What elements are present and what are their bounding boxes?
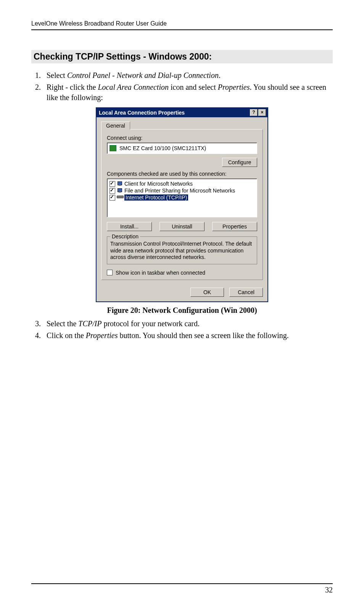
step-2: Right - click the Local Area Connection … [43, 82, 333, 103]
client-icon [117, 181, 123, 187]
step-italic: TCP/IP [78, 319, 101, 328]
show-icon-label: Show icon in taskbar when connected [116, 270, 205, 276]
list-item[interactable]: File and Printer Sharing for Microsoft N… [109, 187, 255, 194]
uninstall-button[interactable]: Uninstall [159, 222, 205, 231]
step-italic: Local Area Connection [98, 83, 169, 91]
dialog-local-area-connection-properties: Local Area Connection Properties ? × Gen… [96, 107, 268, 302]
properties-button[interactable]: Properties [212, 222, 257, 231]
checkbox[interactable] [110, 195, 115, 201]
instruction-list-top: Select Control Panel - Network and Dial-… [31, 70, 333, 103]
step-text: Right - click the [47, 83, 98, 91]
page-number: 32 [325, 586, 333, 594]
section-heading: Checking TCP/IP Settings - Windows 2000: [31, 50, 333, 63]
step-italic: Control Panel - Network and Dial-up Conn… [67, 71, 219, 79]
checkbox[interactable] [110, 188, 115, 194]
list-item[interactable]: Internet Protocol (TCP/IP) [109, 194, 255, 201]
connect-using-label: Connect using: [107, 135, 257, 141]
protocol-icon [117, 194, 123, 201]
step-text: . [219, 71, 221, 79]
components-listbox[interactable]: Client for Microsoft Networks File and P… [107, 178, 257, 217]
list-item-label: Client for Microsoft Networks [124, 181, 193, 187]
description-legend: Description [110, 233, 140, 240]
tab-general[interactable]: General [101, 121, 130, 129]
list-item[interactable]: Client for Microsoft Networks [109, 180, 255, 187]
step-text: Select the [47, 319, 78, 328]
step-text: Click on the [47, 331, 86, 340]
step-4: Click on the Properties button. You shou… [43, 330, 333, 341]
step-text: icon and select [169, 83, 218, 91]
adapter-field[interactable]: SMC EZ Card 10/100 (SMC1211TX) [107, 142, 257, 154]
show-icon-checkbox[interactable] [107, 270, 113, 275]
description-groupbox: Description Transmission Control Protoco… [107, 236, 257, 264]
list-item-label-selected: Internet Protocol (TCP/IP) [124, 194, 188, 201]
figure-caption: Figure 20: Network Configuration (Win 20… [31, 306, 333, 315]
step-text: Select [47, 71, 67, 79]
window-title: Local Area Connection Properties [99, 110, 249, 116]
tab-panel-general: Connect using: SMC EZ Card 10/100 (SMC12… [101, 129, 263, 280]
checkbox[interactable] [110, 181, 115, 187]
list-item-label: File and Printer Sharing for Microsoft N… [124, 188, 235, 194]
step-1: Select Control Panel - Network and Dial-… [43, 70, 333, 81]
network-card-icon [110, 145, 116, 151]
install-button[interactable]: Install... [107, 222, 152, 231]
step-text: protocol for your network card. [101, 319, 200, 328]
doc-header: LevelOne Wireless Broadband Router User … [31, 20, 333, 30]
help-button[interactable]: ? [250, 109, 258, 116]
adapter-name: SMC EZ Card 10/100 (SMC1211TX) [119, 145, 206, 151]
description-text: Transmission Control Protocol/Internet P… [110, 241, 254, 261]
configure-button[interactable]: Configure [222, 158, 257, 167]
page-footer: 32 [31, 583, 333, 594]
step-3: Select the TCP/IP protocol for your netw… [43, 319, 333, 329]
step-text: button. You should then see a screen lik… [118, 331, 288, 340]
close-button[interactable]: × [258, 109, 266, 116]
titlebar[interactable]: Local Area Connection Properties ? × [97, 108, 267, 117]
instruction-list-bottom: Select the TCP/IP protocol for your netw… [31, 319, 333, 341]
components-label: Components checked are used by this conn… [107, 171, 257, 177]
cancel-button[interactable]: Cancel [229, 288, 263, 297]
step-italic: Properties [218, 83, 250, 91]
service-icon [117, 188, 123, 194]
step-italic: Properties [86, 331, 118, 340]
ok-button[interactable]: OK [190, 288, 224, 297]
